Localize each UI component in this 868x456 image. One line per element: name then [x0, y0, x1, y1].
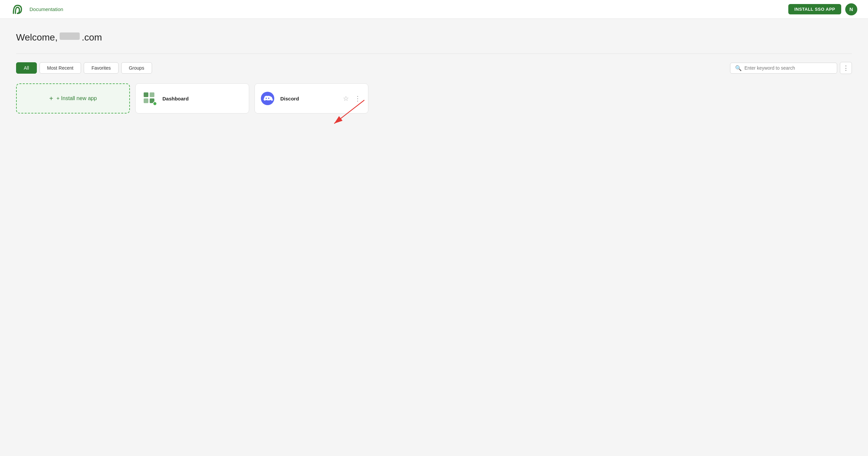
tab-groups[interactable]: Groups: [121, 62, 152, 74]
svg-rect-1: [150, 92, 154, 97]
tabs-right: 🔍 ⋮: [730, 62, 852, 74]
search-icon: 🔍: [735, 65, 742, 71]
cards-grid: + + Install new app Dashboard Dis: [16, 84, 852, 113]
discord-more-button[interactable]: ⋮: [353, 94, 363, 103]
tab-most-recent[interactable]: Most Recent: [39, 62, 82, 74]
welcome-prefix: Welcome,: [16, 32, 58, 43]
favorite-star-button[interactable]: ☆: [342, 93, 350, 104]
documentation-link[interactable]: Documentation: [29, 6, 63, 12]
header-left: Documentation: [11, 3, 63, 16]
dashboard-name: Dashboard: [162, 96, 189, 101]
search-input[interactable]: [744, 65, 832, 71]
svg-rect-2: [144, 98, 148, 103]
install-sso-button[interactable]: INSTALL SSO APP: [788, 4, 841, 14]
discord-name: Discord: [280, 96, 299, 101]
discord-card[interactable]: Discord ☆ ⋮: [254, 84, 368, 113]
tab-favorites[interactable]: Favorites: [84, 62, 119, 74]
header-right: INSTALL SSO APP N: [788, 3, 857, 15]
discord-icon: [260, 91, 275, 106]
svg-rect-0: [144, 92, 148, 97]
section-divider: [16, 54, 852, 54]
welcome-domain: .com: [82, 32, 102, 43]
dashboard-card[interactable]: Dashboard: [135, 84, 249, 113]
plus-icon: +: [49, 95, 53, 102]
tab-all[interactable]: All: [16, 62, 37, 74]
welcome-section: Welcome, .com: [16, 32, 852, 43]
tabs-left: All Most Recent Favorites Groups: [16, 62, 152, 74]
status-dot: [153, 101, 157, 106]
logo[interactable]: [11, 3, 24, 16]
header: Documentation INSTALL SSO APP N: [0, 0, 868, 19]
avatar[interactable]: N: [845, 3, 857, 15]
dashboard-icon-wrapper: [142, 91, 157, 106]
welcome-username-blur: [60, 32, 80, 40]
install-new-app-label: + Install new app: [57, 95, 97, 101]
discord-actions: ☆ ⋮: [342, 93, 363, 104]
main-content: Welcome, .com All Most Recent Favorites …: [0, 19, 868, 127]
more-options-button[interactable]: ⋮: [840, 62, 852, 74]
tabs-row: All Most Recent Favorites Groups 🔍 ⋮: [16, 62, 852, 74]
install-new-app-card[interactable]: + + Install new app: [16, 84, 130, 113]
search-box[interactable]: 🔍: [730, 63, 837, 74]
